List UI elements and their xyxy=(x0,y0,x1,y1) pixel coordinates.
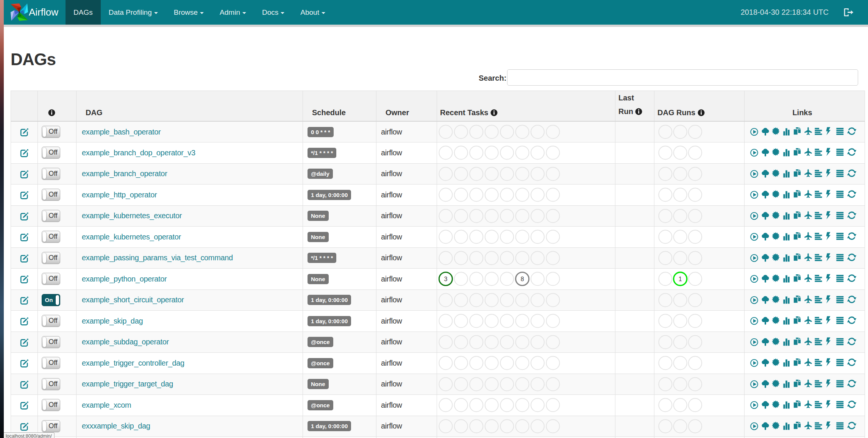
svg-text:1: 1 xyxy=(679,276,682,282)
svg-text:3: 3 xyxy=(444,276,447,282)
svg-text:8: 8 xyxy=(521,276,524,282)
